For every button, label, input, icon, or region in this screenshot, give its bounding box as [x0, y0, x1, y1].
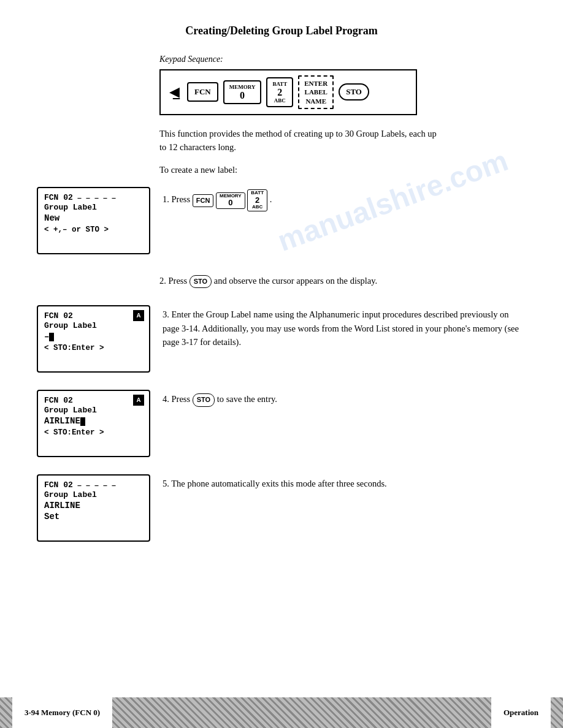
lcd-prompt-4: < STO:Enter > [44, 428, 143, 437]
step-4-row: A FCN 02 Group Label AIRLINE < STO:Enter… [37, 390, 526, 457]
step-3-row: A FCN 02 Group Label – < STO:Enter > 3. … [37, 305, 526, 373]
lcd-value-3: – [44, 332, 143, 341]
batt-2-key: BATT 2 ABC [266, 77, 293, 108]
step-1-row: FCN 02 — — — — — Group Label New < +,– o… [37, 187, 526, 254]
lcd-value-5: AIRLINE [44, 501, 143, 510]
mem0-inline-key: MEMORY 0 [216, 192, 245, 209]
step-number-3: 3. [163, 309, 169, 319]
phone-icon: ◀̲ [169, 84, 180, 100]
intro-paragraph-2: To create a new label: [159, 164, 442, 177]
lcd-subtitle-4: Group Label [44, 406, 143, 415]
sto-key: STO [339, 83, 369, 100]
memory-0-key: MEMORY 0 [223, 80, 262, 105]
sto-inline-key-4: STO [193, 393, 215, 406]
step-5-display: FCN 02 — — — — — Group Label AIRLINE Set [37, 474, 150, 542]
fcn-key: FCN [187, 82, 218, 102]
step-5-row: FCN 02 — — — — — Group Label AIRLINE Set… [37, 474, 526, 542]
lcd-title-5: FCN 02 — — — — — [44, 480, 143, 490]
step-2-row: 2. Press STO and observe the cursor appe… [159, 271, 526, 288]
lcd-value-4: AIRLINE [44, 416, 143, 426]
step-number-2: 2. [159, 276, 166, 286]
step-1-display: FCN 02 — — — — — Group Label New < +,– o… [37, 187, 150, 254]
lcd-title-1: FCN 02 — — — — — [44, 193, 143, 202]
lcd-title-3: FCN 02 [44, 311, 143, 320]
step-number-5: 5. [163, 479, 169, 488]
lcd-subtitle-1: Group Label [44, 203, 143, 212]
lcd-title-4: FCN 02 [44, 396, 143, 405]
fcn-inline-key: FCN [193, 194, 214, 207]
footer-left-text: 3-94 Memory (FCN 0) [12, 697, 112, 728]
keypad-sequence-box: ◀̲ FCN MEMORY 0 BATT 2 ABC ENTERLABELNAM… [159, 69, 417, 115]
lcd-value-1: New [44, 213, 143, 223]
keypad-sequence-label: Keypad Sequence: [159, 55, 526, 64]
step-3-content: 3. Enter the Group Label name using the … [163, 305, 526, 349]
alpha-badge-3: A [133, 310, 144, 321]
footer-bar: 3-94 Memory (FCN 0) Operation [0, 697, 563, 728]
enter-label-name-key: ENTERLABELNAME [298, 75, 334, 109]
page-title: Creating/Deleting Group Label Program [37, 25, 526, 37]
lcd-value-5b: Set [44, 512, 143, 521]
batt2-inline-key: BATT 2 ABC [247, 189, 267, 211]
intro-paragraph-1: This function provides the method of cre… [159, 127, 442, 154]
step-3-display: A FCN 02 Group Label – < STO:Enter > [37, 305, 150, 373]
step-4-display: A FCN 02 Group Label AIRLINE < STO:Enter… [37, 390, 150, 457]
step-5-content: 5. The phone automatically exits this mo… [163, 474, 526, 490]
step-4-content: 4. Press STO to save the entry. [163, 390, 526, 406]
lcd-prompt-3: < STO:Enter > [44, 344, 143, 352]
sto-inline-key-2: STO [190, 275, 212, 288]
step-number-4: 4. [163, 394, 169, 404]
alpha-badge-4: A [133, 395, 144, 406]
step-1-content: 1. Press FCN MEMORY 0 BATT 2 ABC . [163, 187, 526, 211]
footer-right-text: Operation [491, 697, 551, 728]
lcd-subtitle-5: Group Label [44, 490, 143, 499]
step-number-1: 1. [163, 194, 169, 204]
step-2-content: 2. Press STO and observe the cursor appe… [159, 271, 526, 288]
lcd-subtitle-3: Group Label [44, 321, 143, 330]
lcd-prompt-1: < +,– or STO > [44, 226, 143, 234]
